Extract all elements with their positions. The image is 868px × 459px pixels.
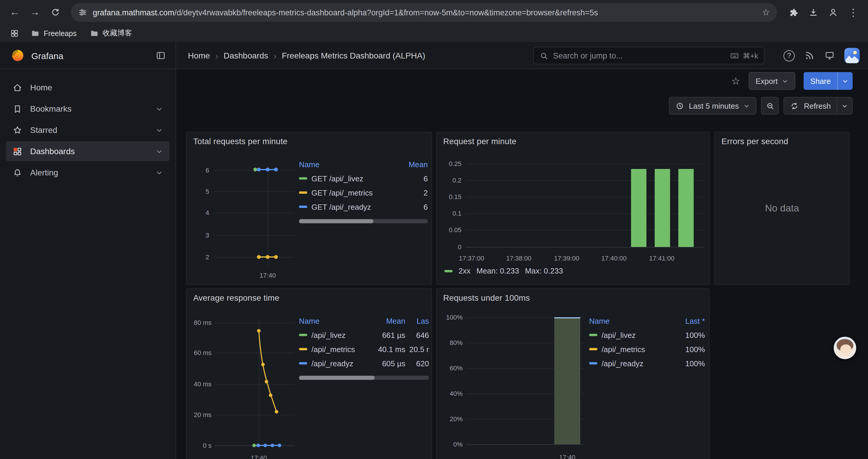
series-name[interactable]: 2xx bbox=[459, 266, 470, 275]
legend-scrollbar[interactable] bbox=[299, 219, 428, 223]
sidebar-item-label: Dashboards bbox=[30, 146, 75, 156]
browser-window: ← → grafana.mathmast.com/d/deytv4rwavabk… bbox=[0, 0, 868, 459]
search-input[interactable] bbox=[553, 51, 725, 60]
y-tick: 20 ms bbox=[189, 411, 212, 418]
refresh-button[interactable]: Refresh bbox=[784, 97, 837, 114]
sidebar-item-alerting[interactable]: Alerting bbox=[6, 162, 169, 183]
refresh-interval-button[interactable] bbox=[837, 97, 852, 114]
y-tick: 40 ms bbox=[189, 381, 212, 388]
sidebar-item-bookmarks[interactable]: Bookmarks bbox=[6, 99, 169, 119]
legend-col-mean[interactable]: Mean bbox=[371, 316, 405, 325]
series-swatch bbox=[299, 177, 307, 179]
site-settings-icon[interactable] bbox=[78, 8, 88, 17]
legend-col-mean[interactable]: Mean bbox=[402, 160, 428, 169]
y-tick: 100% bbox=[439, 314, 463, 321]
chevron-down-icon[interactable] bbox=[155, 126, 163, 134]
time-range-button[interactable]: Last 5 minutes bbox=[669, 97, 756, 114]
panel-title[interactable]: Request per minute bbox=[443, 136, 517, 146]
sidebar-item-home[interactable]: Home bbox=[6, 77, 169, 97]
legend-col-name[interactable]: Name bbox=[589, 316, 672, 325]
chevron-down-icon[interactable] bbox=[155, 147, 163, 155]
forward-icon[interactable]: → bbox=[26, 4, 44, 21]
menu-kebab-icon[interactable]: ⋮ bbox=[844, 4, 862, 21]
legend-row[interactable]: /api/_readyz 605 µs 620 bbox=[299, 356, 429, 370]
search-input-container[interactable]: ⌘+k bbox=[533, 47, 765, 64]
sidebar-toggle-icon[interactable] bbox=[155, 50, 166, 61]
reload-icon[interactable] bbox=[46, 4, 64, 21]
y-tick: 40% bbox=[439, 390, 463, 397]
profile-icon[interactable] bbox=[824, 4, 842, 21]
share-menu-button[interactable] bbox=[837, 72, 852, 90]
panel-title[interactable]: Average response time bbox=[193, 293, 279, 302]
bar-percentage bbox=[554, 317, 580, 444]
sidebar-nav: Home Bookmarks Starred Dashboards bbox=[0, 69, 176, 459]
export-button[interactable]: Export bbox=[748, 72, 795, 90]
chevron-down-icon[interactable] bbox=[155, 105, 163, 112]
x-tick: 17:40:00 bbox=[601, 255, 627, 262]
y-tick: 20% bbox=[439, 415, 463, 422]
home-icon bbox=[12, 83, 23, 93]
legend-row[interactable]: /api/_metrics 100% bbox=[589, 342, 705, 356]
legend-row[interactable]: /api/_metrics 40.1 ms 20.5 r bbox=[299, 342, 429, 356]
y-tick: 0 s bbox=[189, 442, 212, 449]
y-tick: 80% bbox=[439, 339, 463, 346]
user-avatar[interactable] bbox=[844, 48, 860, 63]
bar-2xx bbox=[631, 169, 646, 247]
bookmark-icon bbox=[12, 104, 23, 114]
extensions-icon[interactable] bbox=[784, 4, 802, 21]
legend-scrollbar[interactable] bbox=[299, 376, 429, 380]
legend-row[interactable]: /api/_readyz 100% bbox=[589, 356, 705, 370]
series-swatch bbox=[589, 348, 597, 350]
grafana-header: Grafana Home › Dashboards › Freeleaps Me… bbox=[0, 42, 868, 69]
panel-title[interactable]: Total requests per minute bbox=[193, 136, 287, 146]
clock-icon bbox=[675, 101, 684, 110]
back-icon[interactable]: ← bbox=[6, 4, 24, 21]
zoom-out-button[interactable] bbox=[761, 97, 779, 114]
y-tick: 0 bbox=[440, 243, 462, 251]
y-tick: 0.25 bbox=[440, 160, 462, 167]
legend-row[interactable]: GET /api/_readyz 6 bbox=[299, 200, 428, 214]
series-swatch bbox=[299, 348, 307, 350]
downloads-icon[interactable] bbox=[804, 4, 822, 21]
legend-row[interactable]: GET /api/_livez 6 bbox=[299, 171, 428, 186]
sidebar-item-starred[interactable]: Starred bbox=[6, 120, 169, 140]
legend-row[interactable]: /api/_livez 100% bbox=[589, 328, 705, 342]
series-swatch bbox=[299, 191, 307, 194]
bookmark-blog[interactable]: 收藏博客 bbox=[86, 27, 135, 40]
legend-col-last[interactable]: Las bbox=[405, 316, 429, 325]
grafana-logo[interactable] bbox=[11, 48, 25, 63]
y-tick: 5 bbox=[190, 188, 209, 195]
monitor-icon[interactable] bbox=[824, 50, 835, 61]
series-swatch bbox=[589, 362, 597, 364]
legend-row[interactable]: /api/_livez 661 µs 646 bbox=[299, 328, 429, 342]
breadcrumb-dashboards[interactable]: Dashboards bbox=[224, 51, 268, 60]
legend-col-name[interactable]: Name bbox=[299, 160, 402, 169]
breadcrumb-home[interactable]: Home bbox=[188, 51, 210, 60]
no-data-message: No data bbox=[715, 132, 849, 284]
series-max: Max: 0.233 bbox=[525, 266, 563, 275]
legend-row[interactable]: GET /api/_metrics 2 bbox=[299, 186, 428, 200]
legend-col-name[interactable]: Name bbox=[299, 316, 371, 325]
y-tick: 2 bbox=[190, 254, 209, 261]
dashboard-toolbar: ☆ Export Share bbox=[176, 69, 868, 93]
chevron-down-icon[interactable] bbox=[155, 169, 163, 176]
bookmark-star-icon[interactable]: ☆ bbox=[762, 7, 770, 18]
favorite-star-icon[interactable]: ☆ bbox=[731, 75, 740, 87]
url-bar[interactable]: grafana.mathmast.com/d/deytv4rwavabkb/fr… bbox=[71, 3, 777, 22]
share-button[interactable]: Share bbox=[804, 72, 837, 90]
sidebar-item-dashboards[interactable]: Dashboards bbox=[6, 141, 169, 161]
panel-title[interactable]: Requests under 100ms bbox=[443, 293, 530, 302]
chevron-down-icon bbox=[782, 78, 788, 84]
news-rss-icon[interactable] bbox=[804, 50, 815, 61]
y-tick: 0.2 bbox=[440, 177, 462, 184]
series-swatch bbox=[299, 362, 307, 364]
legend-col-last[interactable]: Last * bbox=[672, 316, 705, 325]
bookmark-freeleaps[interactable]: Freeleaps bbox=[27, 27, 80, 40]
assistant-avatar-bubble[interactable] bbox=[834, 337, 856, 359]
apps-grid-icon[interactable] bbox=[7, 26, 21, 40]
panel-average-response-time: Average response time 80 ms 60 ms 40 ms … bbox=[186, 288, 432, 459]
panel-total-requests-per-minute: Total requests per minute 6 5 4 3 2 bbox=[186, 132, 432, 285]
bell-icon bbox=[12, 167, 23, 177]
panel-errors-per-second: Errors per second No data bbox=[714, 132, 850, 285]
help-icon[interactable]: ? bbox=[783, 50, 795, 61]
